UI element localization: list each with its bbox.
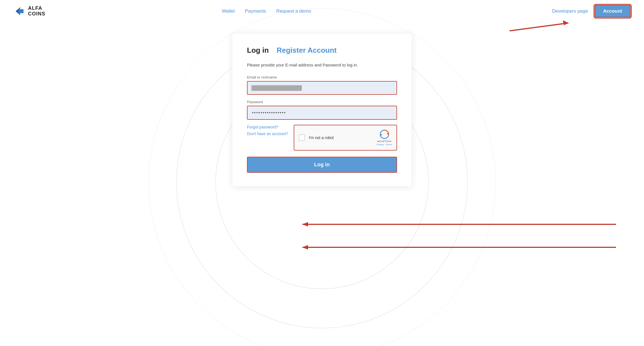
logo-line1: ALFA: [28, 6, 45, 11]
bottom-row: Forgot password? Don't have an account? …: [247, 125, 397, 151]
links-column: Forgot password? Don't have an account?: [247, 125, 288, 136]
svg-marker-11: [387, 133, 389, 135]
password-label: Password: [247, 100, 397, 104]
tab-register[interactable]: Register Account: [277, 46, 337, 55]
recaptcha-logo: reCAPTCHA Privacy - Terms: [377, 129, 392, 146]
recaptcha-checkbox[interactable]: [299, 135, 305, 141]
nav-request-demo[interactable]: Request a demo: [276, 8, 311, 14]
nav-payments[interactable]: Payments: [245, 8, 266, 14]
account-button[interactable]: Account: [595, 5, 631, 17]
login-card: Log in Register Account Please provide y…: [232, 34, 412, 186]
header-right: Developers page Account: [552, 5, 631, 17]
no-account-link[interactable]: Don't have an account?: [247, 132, 288, 136]
tab-login[interactable]: Log in: [247, 46, 269, 55]
email-label: Email or nickname: [247, 75, 397, 79]
svg-marker-12: [380, 134, 382, 136]
password-input[interactable]: [247, 106, 397, 120]
logo-icon: [13, 5, 25, 17]
email-input[interactable]: [247, 81, 397, 95]
developers-link[interactable]: Developers page: [552, 8, 588, 14]
card-tabs: Log in Register Account: [247, 46, 397, 55]
recaptcha-label: I'm not a robot: [309, 135, 373, 140]
main-nav: Wallet Payments Request a demo: [166, 8, 311, 14]
nav-wallet[interactable]: Wallet: [222, 8, 235, 14]
password-field-group: Password: [247, 100, 397, 125]
email-field-group: Email or nickname: [247, 75, 397, 95]
main-content: Log in Register Account Please provide y…: [0, 22, 644, 346]
logo[interactable]: ALFA COINS: [13, 5, 45, 17]
recaptcha-brand-text: reCAPTCHA Privacy - Terms: [377, 140, 392, 146]
header: ALFA COINS Wallet Payments Request a dem…: [0, 0, 644, 22]
recaptcha-widget[interactable]: I'm not a robot reCAPTCHA Privacy - Term…: [294, 125, 397, 151]
logo-text: ALFA COINS: [28, 6, 45, 17]
login-button[interactable]: Log in: [247, 157, 397, 173]
recaptcha-icon: [379, 129, 389, 139]
logo-line2: COINS: [28, 11, 45, 17]
svg-marker-1: [16, 9, 18, 14]
forgot-password-link[interactable]: Forgot password?: [247, 125, 288, 129]
form-subtitle: Please provide your E-mail address and P…: [247, 63, 397, 67]
